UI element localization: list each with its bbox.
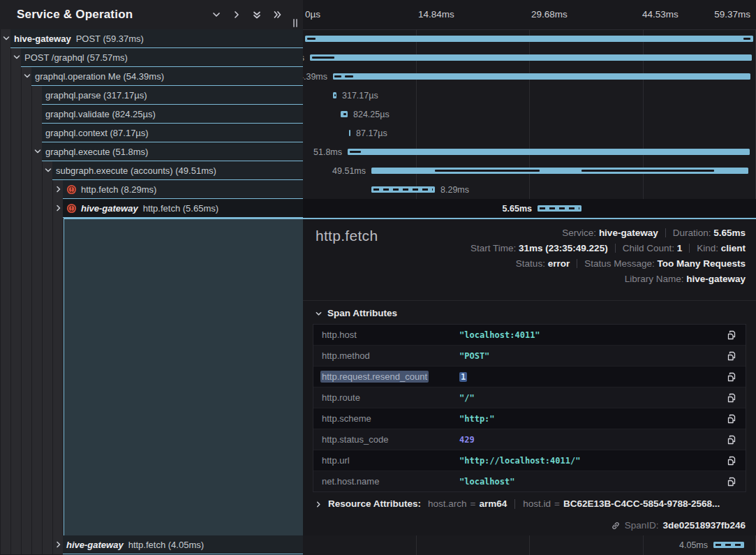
tree-row[interactable]: graphql.context (87.17µs) xyxy=(0,124,303,142)
span-label: graphql.validate (824.25µs) xyxy=(45,109,156,119)
span-bar[interactable] xyxy=(305,36,753,42)
caret-down-icon[interactable] xyxy=(2,34,10,43)
caret-down-icon[interactable] xyxy=(44,166,52,175)
tree-row[interactable]: subgraph.execute (accounts) (49.51ms) xyxy=(0,161,303,180)
tree-row[interactable]: http.fetch (8.29ms) xyxy=(0,180,303,199)
tree-row-content[interactable]: graphql.validate (824.25µs) xyxy=(42,105,303,124)
timeline-row[interactable]: 59.37ms xyxy=(303,29,756,48)
child-span-segment xyxy=(581,170,714,172)
copy-icon[interactable] xyxy=(726,455,737,466)
tree-row-content[interactable]: subgraph.execute (accounts) (49.51ms) xyxy=(52,161,303,180)
tree-row[interactable]: graphql.validate (824.25µs) xyxy=(0,105,303,124)
expand-all-icon[interactable] xyxy=(272,10,282,20)
timeline-row[interactable]: 824.25µs xyxy=(303,105,756,124)
timeline-row[interactable]: 57.57ms xyxy=(303,48,756,67)
tree-row[interactable]: graphql.operation Me (54.39ms) xyxy=(0,67,303,86)
duration-label: 5.65ms xyxy=(503,204,532,214)
collapse-all-icon[interactable] xyxy=(252,10,262,20)
equals-sign: = xyxy=(470,498,476,509)
timeline-row[interactable]: 8.29ms xyxy=(303,180,756,199)
copy-icon[interactable] xyxy=(726,371,737,383)
tree-row[interactable]: graphql.parse (317.17µs) xyxy=(0,86,303,105)
attribute-row[interactable]: http.route"/" xyxy=(313,387,746,408)
attribute-row[interactable]: http.url"http://localhost:4011/" xyxy=(313,450,746,471)
meta-label: Library Name: xyxy=(625,274,687,284)
meta-label: Service: xyxy=(562,228,599,238)
attribute-row[interactable]: http.method"POST" xyxy=(313,346,746,367)
resource-value: BC62E13B-C4CC-5854-9788-2568... xyxy=(563,498,720,509)
caret-down-icon xyxy=(315,309,323,317)
caret-down-icon[interactable] xyxy=(23,72,31,80)
span-bar[interactable] xyxy=(349,130,350,136)
child-span-segment xyxy=(345,75,353,77)
span-bar[interactable] xyxy=(310,54,752,61)
caret-down-icon[interactable] xyxy=(34,147,42,156)
caret-right-icon[interactable] xyxy=(54,540,63,549)
collapse-one-icon[interactable] xyxy=(212,10,221,20)
tree-row-content[interactable]: hive-gatewayhttp.fetch (5.65ms) xyxy=(63,199,303,218)
child-span-segment xyxy=(307,38,316,40)
span-label: http.fetch (8.29ms) xyxy=(81,184,156,195)
span-bar[interactable] xyxy=(333,92,336,98)
span-bar[interactable] xyxy=(713,542,744,548)
service-name: hive-gateway xyxy=(81,203,138,214)
resource-attributes-title: Resource Attributes: xyxy=(328,498,421,509)
axis-tick-label: 44.53ms xyxy=(642,9,679,20)
copy-icon[interactable] xyxy=(726,476,737,487)
copy-icon[interactable] xyxy=(726,330,737,341)
span-id-value: 3de02518937fb246 xyxy=(662,520,746,531)
timeline-row[interactable]: 5.65ms xyxy=(303,199,756,218)
span-attributes-header[interactable]: Span Attributes xyxy=(315,308,397,318)
attribute-value: 429 xyxy=(459,435,726,445)
copy-icon[interactable] xyxy=(726,350,737,362)
tree-row-content[interactable]: graphql.context (87.17µs) xyxy=(42,124,303,142)
attribute-row[interactable]: http.request.resend_count1 xyxy=(313,367,746,387)
attribute-row[interactable]: net.host.name"localhost" xyxy=(313,471,746,491)
attribute-row[interactable]: http.host"localhost:4011" xyxy=(313,325,746,346)
tree-row-content[interactable]: http.fetch (8.29ms) xyxy=(63,180,303,199)
span-bar[interactable] xyxy=(538,205,581,212)
tree-row[interactable]: graphql.execute (51.8ms) xyxy=(0,142,303,161)
tree-row-content[interactable]: graphql.execute (51.8ms) xyxy=(42,142,303,161)
attribute-row[interactable]: http.scheme"http:" xyxy=(313,408,746,429)
timeline-row[interactable]: 51.8ms xyxy=(303,142,756,161)
tree-row[interactable]: hive-gatewayhttp.fetch (4.05ms) xyxy=(0,535,303,554)
span-bar[interactable] xyxy=(333,73,750,80)
tree-row-content[interactable]: hive-gatewayPOST (59.37ms) xyxy=(10,29,303,48)
child-span-dashes xyxy=(540,207,579,209)
tree-row[interactable]: hive-gatewayPOST (59.37ms) xyxy=(0,29,303,48)
timeline-row[interactable]: 49.51ms xyxy=(303,161,756,180)
tree-row-content[interactable]: POST /graphql (57.57ms) xyxy=(21,48,303,67)
span-bar[interactable] xyxy=(371,186,435,193)
copy-icon[interactable] xyxy=(726,392,737,404)
timeline-row[interactable]: 87.17µs xyxy=(303,124,756,142)
caret-down-icon[interactable] xyxy=(13,53,21,61)
tree-row-content[interactable]: hive-gatewayhttp.fetch (4.05ms) xyxy=(63,535,303,554)
attribute-row[interactable]: http.status_code429 xyxy=(313,429,746,450)
span-bar[interactable] xyxy=(341,111,348,117)
panel-resize-handle[interactable] xyxy=(293,19,299,27)
meta-line: Start Time: 31ms (23:35:49.225)Child Cou… xyxy=(470,241,746,256)
resource-attributes-row[interactable]: Resource Attributes:host.arch=arm64host.… xyxy=(315,498,746,509)
link-icon[interactable] xyxy=(611,521,621,531)
copy-icon[interactable] xyxy=(726,434,737,445)
span-bar[interactable] xyxy=(348,149,750,155)
tree-row[interactable]: POST /graphql (57.57ms) xyxy=(0,48,303,67)
timeline-row[interactable]: 4.05ms xyxy=(303,535,756,554)
timeline-row[interactable]: 54.39ms xyxy=(303,67,756,86)
resource-key: host.arch xyxy=(428,498,467,509)
caret-right-icon[interactable] xyxy=(54,185,63,193)
duration-label: 49.51ms xyxy=(332,166,366,176)
span-attributes-table: http.host"localhost:4011"http.method"POS… xyxy=(313,324,746,492)
attribute-value: "http:" xyxy=(459,414,726,424)
tree-row[interactable]: hive-gatewayhttp.fetch (5.65ms) xyxy=(0,199,303,218)
expand-one-icon[interactable] xyxy=(232,10,242,20)
tree-row-content[interactable]: graphql.parse (317.17µs) xyxy=(42,86,303,105)
copy-icon[interactable] xyxy=(726,413,737,424)
tree-row-content[interactable]: graphql.operation Me (54.39ms) xyxy=(31,67,303,86)
caret-right-icon[interactable] xyxy=(54,204,63,212)
duration-label: 824.25µs xyxy=(353,110,390,119)
timeline-row[interactable]: 317.17µs xyxy=(303,86,756,105)
span-bar[interactable] xyxy=(371,168,748,174)
duration-label: 317.17µs xyxy=(342,91,378,101)
